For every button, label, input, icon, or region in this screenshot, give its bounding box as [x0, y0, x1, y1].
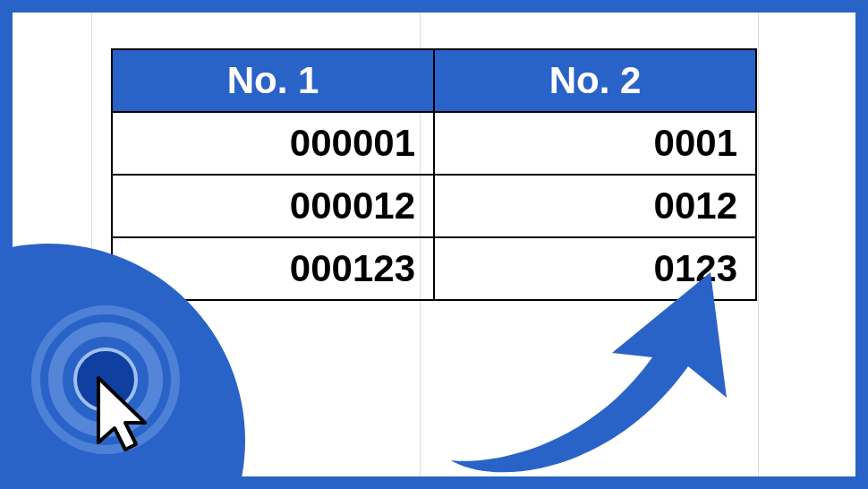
cursor-click-icon	[29, 299, 199, 469]
cell[interactable]: 000001	[112, 112, 434, 175]
cell[interactable]: 0123	[434, 237, 756, 300]
table-row: 000012 0012	[112, 175, 756, 237]
table-row: 000001 0001	[112, 112, 756, 175]
column-header-2[interactable]: No. 2	[434, 49, 756, 112]
table-row: 000123 0123	[112, 237, 756, 300]
cell[interactable]: 0012	[434, 175, 756, 237]
data-table: No. 1 No. 2 000001 0001 000012 0012 0001…	[111, 48, 757, 301]
spreadsheet-frame: No. 1 No. 2 000001 0001 000012 0012 0001…	[13, 13, 855, 476]
column-header-1[interactable]: No. 1	[112, 49, 434, 112]
table-header-row: No. 1 No. 2	[112, 49, 756, 112]
cell[interactable]: 0001	[434, 112, 756, 175]
cell[interactable]: 000012	[112, 175, 434, 237]
